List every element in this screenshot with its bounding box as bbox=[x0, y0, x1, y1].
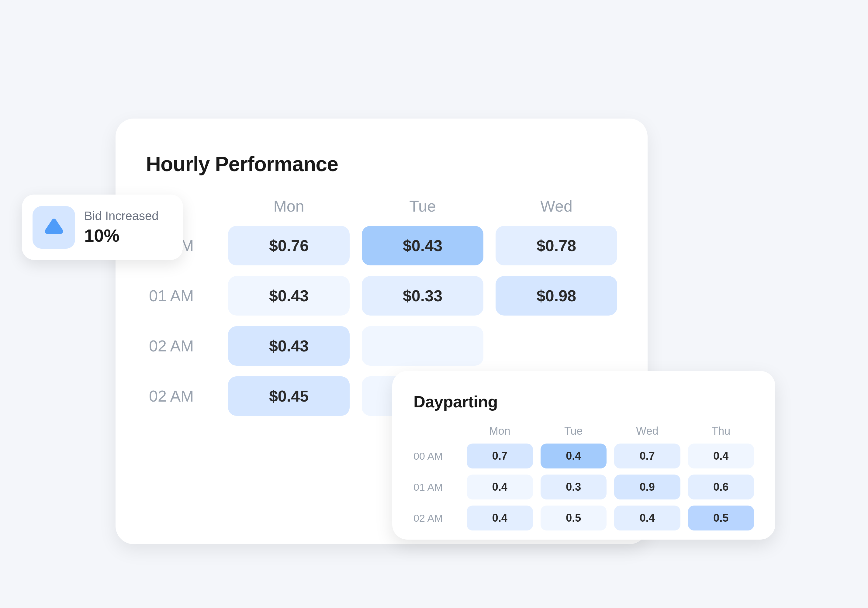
dayparting-row-label: 01 AM bbox=[414, 481, 459, 493]
hourly-cell[interactable]: $0.78 bbox=[496, 226, 617, 265]
hourly-cell[interactable]: $0.45 bbox=[228, 376, 350, 416]
dayparting-cell[interactable]: 0.6 bbox=[688, 475, 754, 499]
dayparting-cell[interactable]: 0.5 bbox=[541, 506, 607, 530]
triangle-up-icon bbox=[43, 215, 65, 239]
dayparting-cell[interactable]: 0.5 bbox=[688, 506, 754, 530]
dayparting-cell[interactable]: 0.3 bbox=[541, 475, 607, 499]
dayparting-row-label: 02 AM bbox=[414, 512, 459, 524]
dayparting-cell[interactable]: 0.7 bbox=[614, 444, 680, 468]
dp-col-header-tue: Tue bbox=[541, 425, 607, 437]
hourly-cell[interactable]: $0.43 bbox=[228, 276, 350, 316]
hourly-row-label: 01 AM bbox=[146, 287, 216, 305]
main-canvas: Hourly Performance Mon Tue Wed 00 AM$0.7… bbox=[0, 0, 868, 608]
dp-col-header-wed: Wed bbox=[614, 425, 680, 437]
hourly-cell[interactable]: $0.43 bbox=[362, 226, 484, 265]
col-header-tue: Tue bbox=[362, 197, 484, 215]
bid-value: 10% bbox=[84, 225, 159, 246]
dayparting-cell[interactable]: 0.4 bbox=[467, 475, 533, 499]
dp-col-header-mon: Mon bbox=[467, 425, 533, 437]
dayparting-grid: Mon Tue Wed Thu 00 AM0.70.40.70.401 AM0.… bbox=[414, 425, 754, 530]
bid-increased-badge: Bid Increased 10% bbox=[22, 195, 183, 260]
dayparting-cell[interactable]: 0.4 bbox=[467, 506, 533, 530]
col-header-wed: Wed bbox=[496, 197, 617, 215]
hourly-row-label: 02 AM bbox=[146, 337, 216, 355]
hourly-cell[interactable]: $0.33 bbox=[362, 276, 484, 316]
dp-col-header-thu: Thu bbox=[688, 425, 754, 437]
hourly-cell[interactable] bbox=[362, 326, 484, 366]
dayparting-title: Dayparting bbox=[414, 392, 754, 411]
dayparting-row-label: 00 AM bbox=[414, 450, 459, 462]
bid-text: Bid Increased 10% bbox=[84, 209, 159, 246]
bid-icon-box bbox=[33, 206, 75, 249]
hourly-row-label: 02 AM bbox=[146, 387, 216, 405]
hourly-cell[interactable]: $0.43 bbox=[228, 326, 350, 366]
hourly-title: Hourly Performance bbox=[146, 152, 617, 176]
bid-label: Bid Increased bbox=[84, 209, 159, 223]
dayparting-card: Dayparting Mon Tue Wed Thu 00 AM0.70.40.… bbox=[392, 371, 775, 540]
col-header-mon: Mon bbox=[228, 197, 350, 215]
dayparting-cell[interactable]: 0.7 bbox=[467, 444, 533, 468]
dayparting-cell[interactable]: 0.4 bbox=[614, 506, 680, 530]
hourly-cell[interactable]: $0.76 bbox=[228, 226, 350, 265]
hourly-cell[interactable]: $0.98 bbox=[496, 276, 617, 316]
dayparting-cell[interactable]: 0.9 bbox=[614, 475, 680, 499]
dayparting-cell[interactable]: 0.4 bbox=[541, 444, 607, 468]
dayparting-cell[interactable]: 0.4 bbox=[688, 444, 754, 468]
